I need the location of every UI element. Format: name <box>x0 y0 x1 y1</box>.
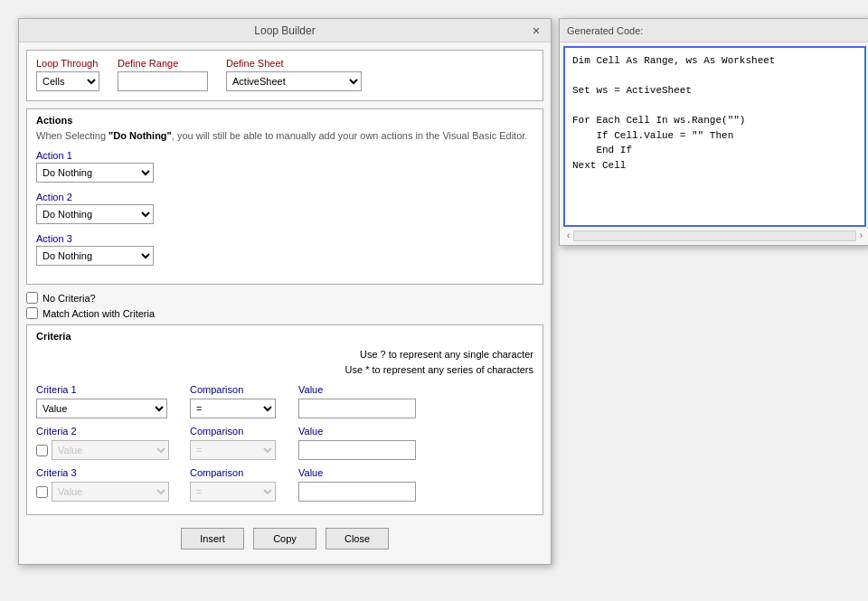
action3-wrapper: Do Nothing Select Cell Copy Cell Delete … <box>36 246 533 266</box>
value2-header: Value <box>298 426 425 437</box>
action2-row: Action 2 Do Nothing Select Cell Copy Cel… <box>36 192 533 224</box>
action2-select[interactable]: Do Nothing Select Cell Copy Cell Delete … <box>36 204 154 224</box>
criteria3-select[interactable]: Value <box>52 482 169 502</box>
criteria2-checkbox[interactable] <box>36 445 48 456</box>
action2-wrapper: Do Nothing Select Cell Copy Cell Delete … <box>36 204 533 224</box>
action1-row: Action 1 Do Nothing Select Cell Copy Cel… <box>36 150 533 183</box>
no-criteria-checkbox[interactable] <box>26 292 38 304</box>
action3-select[interactable]: Do Nothing Select Cell Copy Cell Delete … <box>36 246 154 266</box>
code-panel-title: Generated Code: <box>567 25 643 36</box>
criteria3-checkbox[interactable] <box>36 486 48 498</box>
code-panel-title-bar: Generated Code: <box>560 19 868 42</box>
criteria2-select[interactable]: Value <box>52 440 169 460</box>
code-panel: Generated Code: Dim Cell As Range, ws As… <box>559 18 868 246</box>
actions-note-prefix: When Selecting <box>36 130 108 141</box>
loop-through-group: Loop Through Cells Rows Columns <box>36 58 99 91</box>
criteria2-with-checkbox: Value <box>36 440 181 460</box>
criteria2-header: Criteria 2 <box>36 426 181 437</box>
criteria-hint-line2: Use * to represent any series of charact… <box>36 362 533 378</box>
define-sheet-group: Define Sheet ActiveSheet Sheet1 Sheet2 <box>226 58 362 91</box>
criteria-headers: Criteria 1 Comparison Value <box>36 384 533 397</box>
criteria1-field-wrapper: Value Formula Color <box>36 399 181 418</box>
value3-header: Value <box>298 467 425 478</box>
loop-through-select[interactable]: Cells Rows Columns <box>36 71 99 91</box>
comparison3-header: Comparison <box>190 467 289 478</box>
action2-label: Action 2 <box>36 192 533 202</box>
action1-wrapper: Do Nothing Select Cell Copy Cell Delete … <box>36 163 533 183</box>
action1-select[interactable]: Do Nothing Select Cell Copy Cell Delete … <box>36 163 154 183</box>
criteria1-header: Criteria 1 <box>36 384 181 395</box>
criteria3-header: Criteria 3 <box>36 467 181 478</box>
criteria-section: Criteria Use ? to represent any single c… <box>26 324 543 515</box>
value1-field-wrapper <box>298 399 425 418</box>
horizontal-scrollbar[interactable] <box>573 230 855 241</box>
value3-field-wrapper <box>298 482 425 502</box>
value-header: Value <box>298 384 425 395</box>
define-range-label: Define Range <box>118 58 208 69</box>
comparison2-select[interactable]: = <box>190 440 276 460</box>
action1-label: Action 1 <box>36 150 533 161</box>
loop-through-row: Loop Through Cells Rows Columns Define R… <box>36 58 533 91</box>
define-range-input[interactable] <box>118 71 208 91</box>
match-action-label: Match Action with Criteria <box>42 308 155 319</box>
actions-note-suffix: , you will still be able to manually add… <box>172 130 528 141</box>
criteria-row1: Value Formula Color = != < > <box>36 399 533 418</box>
comparison2-header: Comparison <box>190 426 289 437</box>
code-scrollbar-area: ‹ › <box>563 230 866 241</box>
actions-note-quoted: "Do Nothing" <box>108 130 172 141</box>
comparison1-select[interactable]: = != < > <box>190 399 276 418</box>
criteria-hint: Use ? to represent any single character … <box>36 347 533 377</box>
loop-through-section: Loop Through Cells Rows Columns Define R… <box>26 50 543 101</box>
match-action-checkbox[interactable] <box>26 307 38 319</box>
action3-row: Action 3 Do Nothing Select Cell Copy Cel… <box>36 233 533 266</box>
define-range-group: Define Range <box>118 58 208 91</box>
code-area[interactable]: Dim Cell As Range, ws As Worksheet Set w… <box>563 46 866 227</box>
value1-input[interactable] <box>298 399 416 418</box>
comparison3-select[interactable]: = <box>190 482 276 502</box>
copy-button[interactable]: Copy <box>253 528 316 549</box>
scroll-right-arrow[interactable]: › <box>856 230 866 241</box>
criteria-row3: Value = <box>36 482 533 502</box>
no-criteria-label: No Criteria? <box>42 293 96 304</box>
define-sheet-select[interactable]: ActiveSheet Sheet1 Sheet2 <box>226 71 362 91</box>
dialog-title: Loop Builder <box>41 24 529 37</box>
criteria3-with-checkbox: Value <box>36 482 181 502</box>
loop-builder-dialog: Loop Builder × Loop Through Cells Rows C… <box>18 18 552 565</box>
close-button[interactable]: Close <box>326 528 389 549</box>
bottom-buttons: Insert Copy Close <box>26 522 543 557</box>
criteria-hint-line1: Use ? to represent any single character <box>36 347 533 362</box>
insert-button[interactable]: Insert <box>181 528 244 549</box>
comparison3-field-wrapper: = <box>190 482 289 502</box>
actions-section: Actions When Selecting "Do Nothing", you… <box>26 108 543 285</box>
criteria-row2: Value = <box>36 440 533 460</box>
comparison2-field-wrapper: = <box>190 440 289 460</box>
title-bar: Loop Builder × <box>19 19 551 42</box>
no-criteria-row: No Criteria? <box>26 292 543 304</box>
actions-title: Actions <box>36 115 533 126</box>
loop-through-label: Loop Through <box>36 58 99 69</box>
value2-input[interactable] <box>298 440 416 460</box>
criteria1-select[interactable]: Value Formula Color <box>36 399 167 418</box>
value3-input[interactable] <box>298 482 416 502</box>
action3-label: Action 3 <box>36 233 533 244</box>
define-sheet-label: Define Sheet <box>226 58 362 69</box>
value2-field-wrapper <box>298 440 425 460</box>
actions-note: When Selecting "Do Nothing", you will st… <box>36 129 533 143</box>
criteria-row2-headers: Criteria 2 Comparison Value <box>36 426 533 438</box>
scroll-left-arrow[interactable]: ‹ <box>563 230 573 241</box>
close-icon[interactable]: × <box>529 23 543 38</box>
dialog-container: Loop Builder × Loop Through Cells Rows C… <box>18 18 868 565</box>
dialog-body: Loop Through Cells Rows Columns Define R… <box>19 42 551 564</box>
comparison-header: Comparison <box>190 384 289 395</box>
comparison1-field-wrapper: = != < > <box>190 399 289 418</box>
criteria-title: Criteria <box>36 331 533 342</box>
criteria-row3-headers: Criteria 3 Comparison Value <box>36 467 533 480</box>
match-action-row: Match Action with Criteria <box>26 307 543 319</box>
